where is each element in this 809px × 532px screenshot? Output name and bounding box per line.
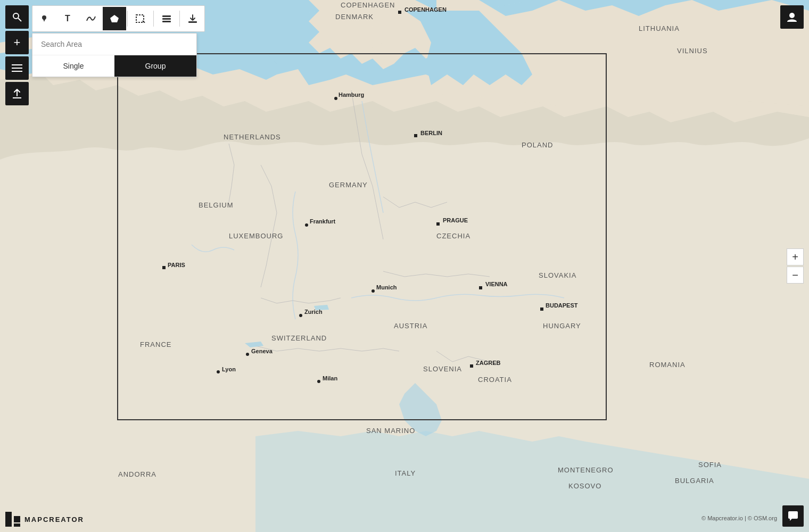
city-label: ZAGREB bbox=[476, 360, 500, 366]
city-label: Hamburg bbox=[339, 92, 364, 98]
zoom-controls: + − bbox=[787, 248, 804, 284]
svg-marker-18 bbox=[790, 519, 792, 521]
menu-button[interactable] bbox=[5, 56, 29, 80]
city-marker bbox=[470, 364, 473, 368]
single-group-toggle: Single Group bbox=[32, 55, 196, 77]
city-label: PRAGUE bbox=[443, 217, 468, 223]
toolbar-divider bbox=[127, 11, 128, 27]
layers-tool[interactable] bbox=[155, 7, 178, 30]
city-label: PARIS bbox=[168, 262, 185, 268]
zoom-out-button[interactable]: − bbox=[787, 267, 804, 284]
search-area-input[interactable] bbox=[32, 34, 196, 55]
city-marker bbox=[246, 353, 249, 356]
svg-rect-16 bbox=[14, 523, 20, 527]
svg-rect-9 bbox=[162, 15, 171, 17]
toolbar-divider-3 bbox=[179, 11, 180, 27]
city-marker bbox=[372, 289, 375, 293]
copyright-text: © Mapcreator.io | © OSM.org bbox=[701, 515, 777, 521]
single-toggle-button[interactable]: Single bbox=[32, 55, 114, 77]
svg-marker-6 bbox=[43, 19, 45, 22]
city-marker bbox=[317, 380, 320, 383]
city-label: Milan bbox=[323, 375, 337, 381]
svg-point-13 bbox=[789, 13, 795, 18]
svg-rect-14 bbox=[5, 512, 12, 527]
city-label: Munich bbox=[376, 284, 397, 290]
draw-toolbar: T bbox=[32, 5, 205, 32]
svg-rect-12 bbox=[188, 21, 197, 23]
left-toolbar: + bbox=[5, 5, 29, 105]
city-marker bbox=[479, 286, 482, 289]
svg-marker-7 bbox=[110, 15, 119, 22]
svg-rect-17 bbox=[788, 511, 798, 519]
search-button[interactable] bbox=[5, 5, 29, 29]
chat-button[interactable] bbox=[782, 505, 804, 527]
city-marker bbox=[436, 222, 440, 226]
city-label: Lyon bbox=[222, 366, 236, 372]
svg-point-5 bbox=[42, 15, 46, 20]
city-label: Geneva bbox=[251, 348, 273, 354]
logo: MAPCREATOR bbox=[5, 512, 84, 527]
export-tool[interactable] bbox=[181, 7, 204, 30]
city-label: Zurich bbox=[304, 309, 323, 315]
city-label: BUDAPEST bbox=[546, 302, 578, 309]
svg-rect-11 bbox=[162, 21, 171, 22]
city-label: BERLIN bbox=[420, 130, 442, 136]
add-button[interactable]: + bbox=[5, 31, 29, 54]
city-label: COPENHAGEN bbox=[404, 6, 447, 13]
map-container[interactable]: COPENHAGEN Hamburg BERLIN Frankfurt PRAG… bbox=[0, 0, 809, 532]
toolbar-divider-2 bbox=[153, 11, 154, 27]
svg-line-1 bbox=[18, 18, 21, 21]
text-tool[interactable]: T bbox=[56, 7, 79, 30]
city-label: VIENNA bbox=[485, 281, 508, 287]
city-label: Frankfurt bbox=[310, 218, 335, 225]
group-toggle-button[interactable]: Group bbox=[114, 55, 196, 77]
city-marker bbox=[299, 314, 302, 317]
upload-button[interactable] bbox=[5, 82, 29, 105]
selection-tool[interactable] bbox=[129, 7, 152, 30]
search-dropdown: Single Group bbox=[32, 33, 197, 77]
city-marker bbox=[398, 11, 401, 14]
logo-icon bbox=[5, 512, 20, 527]
city-marker bbox=[162, 266, 166, 269]
logo-text: MAPCREATOR bbox=[24, 516, 84, 523]
line-tool[interactable] bbox=[79, 7, 103, 30]
city-marker bbox=[305, 223, 308, 227]
user-icon[interactable] bbox=[780, 5, 804, 29]
city-marker bbox=[540, 307, 543, 311]
city-marker bbox=[414, 134, 417, 137]
polygon-tool[interactable] bbox=[103, 7, 126, 30]
svg-rect-10 bbox=[162, 18, 171, 20]
zoom-in-button[interactable]: + bbox=[787, 248, 804, 265]
svg-rect-15 bbox=[14, 516, 20, 522]
svg-point-0 bbox=[13, 13, 19, 19]
point-tool[interactable] bbox=[32, 7, 56, 30]
city-marker bbox=[217, 370, 220, 373]
city-marker bbox=[334, 97, 337, 100]
